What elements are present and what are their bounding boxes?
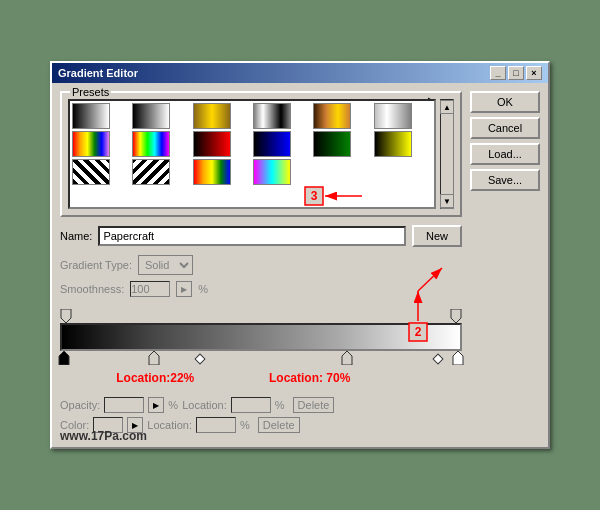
svg-marker-0: [61, 309, 71, 323]
color-stop-0[interactable]: [58, 351, 70, 367]
color-location-label: Location:: [147, 419, 192, 431]
opacity-delete-button[interactable]: Delete: [293, 397, 335, 413]
dialog-title: Gradient Editor: [58, 67, 138, 79]
preset-scrollbar: ▲ ▼: [440, 99, 454, 209]
gradient-type-select[interactable]: Solid Noise: [138, 255, 193, 275]
presets-legend: Presets: [70, 86, 111, 98]
watermark: www.17Pa.com: [60, 429, 147, 443]
color-location-unit: %: [240, 419, 250, 431]
load-button[interactable]: Load...: [470, 143, 540, 165]
opacity-stops-area: [60, 307, 462, 323]
maximize-button[interactable]: □: [508, 66, 524, 80]
title-bar-buttons: _ □ ×: [490, 66, 542, 80]
preset-swatch[interactable]: [313, 131, 351, 157]
smoothness-label: Smoothness:: [60, 283, 124, 295]
opacity-props-row: Opacity: ▶ % Location: % Delete: [60, 397, 462, 413]
preset-swatch[interactable]: [193, 103, 231, 129]
right-panel: OK Cancel Load... Save...: [470, 91, 540, 439]
opacity-arrow[interactable]: ▶: [148, 397, 164, 413]
minimize-button[interactable]: _: [490, 66, 506, 80]
gradient-editor-area: Location:22% Location: 70% Opacity: ▶ % …: [60, 307, 462, 433]
opacity-location-unit: %: [275, 399, 285, 411]
title-bar: Gradient Editor _ □ ×: [52, 63, 548, 83]
gradient-type-label: Gradient Type:: [60, 259, 132, 271]
dialog-body: Presets ▶: [52, 83, 548, 447]
new-button[interactable]: New: [412, 225, 462, 247]
preset-swatch[interactable]: [72, 131, 110, 157]
opacity-input[interactable]: [104, 397, 144, 413]
location-labels: Location:22% Location: 70%: [60, 371, 462, 393]
preset-swatch[interactable]: [72, 159, 110, 185]
close-button[interactable]: ×: [526, 66, 542, 80]
midpoint-diamond-1[interactable]: [195, 353, 206, 364]
gradient-type-row: Gradient Type: Solid Noise: [60, 255, 462, 275]
color-stop-100[interactable]: [452, 351, 464, 367]
preset-swatch[interactable]: [374, 131, 412, 157]
midpoint-diamond-2[interactable]: [432, 353, 443, 364]
svg-marker-1: [451, 309, 461, 323]
smoothness-row: Smoothness: ▶ %: [60, 281, 462, 297]
smoothness-unit: %: [198, 283, 208, 295]
color-stop-22[interactable]: [148, 351, 160, 367]
preset-swatch[interactable]: [132, 159, 170, 185]
location-label-70: Location: 70%: [269, 371, 350, 385]
left-panel: Presets ▶: [60, 91, 462, 439]
location-label-22: Location:22%: [116, 371, 194, 385]
opacity-label: Opacity:: [60, 399, 100, 411]
color-stop-70[interactable]: [341, 351, 353, 367]
preset-swatch[interactable]: [193, 159, 231, 185]
preset-swatch[interactable]: [253, 103, 291, 129]
preset-swatch[interactable]: [313, 103, 351, 129]
preset-swatch[interactable]: [253, 159, 291, 185]
presets-grid: [72, 103, 432, 185]
svg-marker-5: [453, 351, 463, 365]
preset-swatch[interactable]: [132, 103, 170, 129]
save-button[interactable]: Save...: [470, 169, 540, 191]
preset-swatch[interactable]: [193, 131, 231, 157]
gradient-editor-dialog: Gradient Editor _ □ × Presets ▶: [50, 61, 550, 449]
color-delete-button[interactable]: Delete: [258, 417, 300, 433]
scroll-up-arrow[interactable]: ▲: [440, 100, 454, 114]
opacity-unit: %: [168, 399, 178, 411]
svg-marker-2: [59, 351, 69, 365]
name-row: Name: New: [60, 225, 462, 247]
preset-swatch[interactable]: [253, 131, 291, 157]
gradient-bar[interactable]: [60, 323, 462, 351]
color-stops-area: [60, 351, 462, 371]
svg-marker-4: [342, 351, 352, 365]
opacity-location-label: Location:: [182, 399, 227, 411]
presets-grid-wrapper: ▶: [68, 99, 454, 209]
color-location-input[interactable]: [196, 417, 236, 433]
scroll-down-arrow[interactable]: ▼: [440, 194, 454, 208]
preset-swatch[interactable]: [132, 131, 170, 157]
name-input[interactable]: [98, 226, 406, 246]
name-label: Name:: [60, 230, 92, 242]
opacity-location-input[interactable]: [231, 397, 271, 413]
presets-group: Presets ▶: [60, 91, 462, 217]
preset-swatch[interactable]: [72, 103, 110, 129]
smoothness-input[interactable]: [130, 281, 170, 297]
preset-swatch[interactable]: [374, 103, 412, 129]
ok-button[interactable]: OK: [470, 91, 540, 113]
svg-marker-3: [149, 351, 159, 365]
cancel-button[interactable]: Cancel: [470, 117, 540, 139]
smoothness-arrow[interactable]: ▶: [176, 281, 192, 297]
presets-area: [68, 99, 436, 209]
